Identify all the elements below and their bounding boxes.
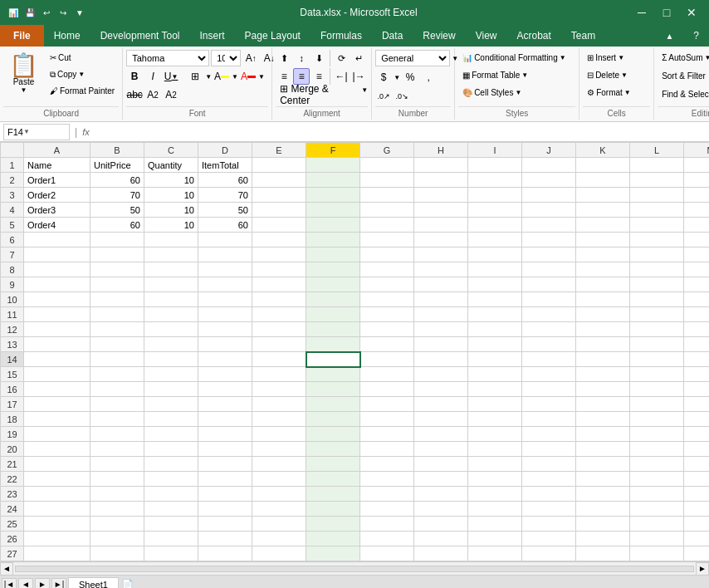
- cell-L18[interactable]: [630, 412, 684, 427]
- cell-I13[interactable]: [468, 337, 522, 352]
- cell-H10[interactable]: [414, 292, 468, 307]
- cut-button[interactable]: ✂ Cut: [46, 50, 119, 66]
- cell-K6[interactable]: [576, 233, 630, 247]
- cell-F15[interactable]: [306, 367, 360, 382]
- col-header-b[interactable]: B: [90, 143, 144, 158]
- cell-F2[interactable]: [306, 173, 360, 188]
- cell-F3[interactable]: [306, 188, 360, 203]
- wrap-text-button[interactable]: ↵: [350, 50, 367, 66]
- cell-F11[interactable]: [306, 307, 360, 322]
- cell-D1[interactable]: ItemTotal: [198, 158, 252, 173]
- cell-D25[interactable]: [198, 517, 252, 532]
- row-header-14[interactable]: 14: [1, 352, 24, 367]
- col-header-e[interactable]: E: [252, 143, 306, 158]
- col-header-j[interactable]: J: [522, 143, 576, 158]
- cell-H15[interactable]: [414, 367, 468, 382]
- view-tab[interactable]: View: [466, 25, 507, 47]
- cell-E13[interactable]: [252, 337, 306, 352]
- cell-D11[interactable]: [198, 307, 252, 322]
- cell-J1[interactable]: [522, 158, 576, 173]
- cell-M4[interactable]: [684, 203, 710, 218]
- cell-K3[interactable]: [576, 188, 630, 203]
- cell-E17[interactable]: [252, 397, 306, 412]
- cell-E21[interactable]: [252, 457, 306, 472]
- cell-C2[interactable]: 10: [144, 173, 198, 188]
- cell-H27[interactable]: [414, 546, 468, 561]
- cell-K18[interactable]: [576, 412, 630, 427]
- cell-M3[interactable]: [684, 188, 710, 203]
- cell-G2[interactable]: [360, 173, 414, 188]
- insert-tab[interactable]: Insert: [190, 25, 235, 47]
- cell-J24[interactable]: [522, 502, 576, 517]
- cell-A5[interactable]: Order4: [24, 218, 90, 233]
- cell-K23[interactable]: [576, 487, 630, 502]
- cell-J27[interactable]: [522, 546, 576, 561]
- cell-A1[interactable]: Name: [24, 158, 90, 173]
- horizontal-scroll-bar[interactable]: ◄ ►: [0, 561, 709, 575]
- cell-J4[interactable]: [522, 203, 576, 218]
- cell-A19[interactable]: [24, 427, 90, 442]
- cell-K27[interactable]: [576, 546, 630, 561]
- cell-A9[interactable]: [24, 277, 90, 292]
- cell-K11[interactable]: [576, 307, 630, 322]
- cell-M12[interactable]: [684, 322, 710, 337]
- cell-J20[interactable]: [522, 442, 576, 457]
- cell-G17[interactable]: [360, 397, 414, 412]
- cell-C26[interactable]: [144, 532, 198, 546]
- cell-A17[interactable]: [24, 397, 90, 412]
- cell-L7[interactable]: [630, 247, 684, 262]
- cell-F16[interactable]: [306, 382, 360, 397]
- cell-D12[interactable]: [198, 322, 252, 337]
- cell-B10[interactable]: [90, 292, 144, 307]
- cell-M6[interactable]: [684, 233, 710, 247]
- increase-decimal-button[interactable]: .0↗: [375, 88, 392, 105]
- scroll-left-button[interactable]: ◄: [0, 562, 13, 576]
- grid-scroll-area[interactable]: A B C D E F G H I J K L M 1NameUnitPrice…: [0, 142, 709, 561]
- cell-C7[interactable]: [144, 247, 198, 262]
- row-header-20[interactable]: 20: [1, 442, 24, 457]
- cell-L17[interactable]: [630, 397, 684, 412]
- data-tab[interactable]: Data: [372, 25, 413, 47]
- cell-E15[interactable]: [252, 367, 306, 382]
- cell-C23[interactable]: [144, 487, 198, 502]
- cell-L25[interactable]: [630, 517, 684, 532]
- sheet-tab-sheet1[interactable]: Sheet1: [68, 577, 119, 589]
- cell-K9[interactable]: [576, 277, 630, 292]
- cell-J26[interactable]: [522, 532, 576, 546]
- cell-H17[interactable]: [414, 397, 468, 412]
- cell-L23[interactable]: [630, 487, 684, 502]
- col-header-f[interactable]: F: [306, 143, 360, 158]
- cell-H22[interactable]: [414, 472, 468, 487]
- cell-F17[interactable]: [306, 397, 360, 412]
- cell-I11[interactable]: [468, 307, 522, 322]
- strikethrough-button[interactable]: abc: [126, 86, 143, 103]
- cell-B18[interactable]: [90, 412, 144, 427]
- cell-B23[interactable]: [90, 487, 144, 502]
- fill-color-button[interactable]: A: [213, 68, 230, 85]
- cell-M13[interactable]: [684, 337, 710, 352]
- cell-J13[interactable]: [522, 337, 576, 352]
- cell-I4[interactable]: [468, 203, 522, 218]
- row-header-13[interactable]: 13: [1, 337, 24, 352]
- cell-D19[interactable]: [198, 427, 252, 442]
- cell-A10[interactable]: [24, 292, 90, 307]
- col-header-d[interactable]: D: [198, 143, 252, 158]
- cell-D22[interactable]: [198, 472, 252, 487]
- cell-K10[interactable]: [576, 292, 630, 307]
- cell-L19[interactable]: [630, 427, 684, 442]
- cell-M23[interactable]: [684, 487, 710, 502]
- h-scrollbar-track[interactable]: [15, 566, 694, 572]
- cell-G10[interactable]: [360, 292, 414, 307]
- row-header-9[interactable]: 9: [1, 277, 24, 292]
- col-header-g[interactable]: G: [360, 143, 414, 158]
- cell-M10[interactable]: [684, 292, 710, 307]
- cell-A2[interactable]: Order1: [24, 173, 90, 188]
- cell-K26[interactable]: [576, 532, 630, 546]
- cell-H16[interactable]: [414, 382, 468, 397]
- cell-J8[interactable]: [522, 262, 576, 277]
- cell-D13[interactable]: [198, 337, 252, 352]
- cell-H3[interactable]: [414, 188, 468, 203]
- cell-J6[interactable]: [522, 233, 576, 247]
- cell-D20[interactable]: [198, 442, 252, 457]
- cell-M15[interactable]: [684, 367, 710, 382]
